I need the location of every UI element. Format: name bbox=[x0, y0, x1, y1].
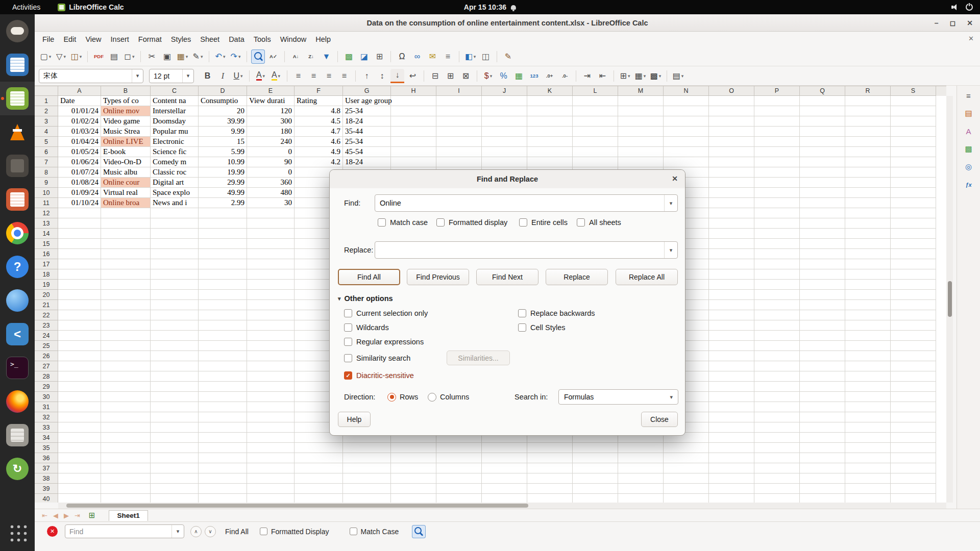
cell-G5[interactable]: 25-34 bbox=[343, 137, 391, 147]
cell-Q37[interactable] bbox=[800, 463, 845, 473]
cell-J3[interactable] bbox=[482, 116, 527, 127]
row-header-26[interactable]: 26 bbox=[35, 351, 58, 361]
cell-D26[interactable] bbox=[199, 351, 247, 361]
cell-A22[interactable] bbox=[58, 310, 101, 320]
cell-L5[interactable] bbox=[573, 137, 618, 147]
cell-E21[interactable] bbox=[247, 300, 295, 310]
cell-O4[interactable] bbox=[709, 127, 754, 137]
cell-I40[interactable] bbox=[436, 494, 482, 503]
cell-Q33[interactable] bbox=[800, 422, 845, 433]
cell-R10[interactable] bbox=[845, 188, 891, 198]
row-header-11[interactable]: 11 bbox=[35, 198, 58, 208]
cell-B32[interactable] bbox=[101, 412, 151, 422]
cell-S2[interactable] bbox=[891, 106, 936, 116]
cell-B30[interactable] bbox=[101, 392, 151, 402]
similarity-search-checkbox[interactable]: Similarity search bbox=[344, 353, 410, 364]
cell-C17[interactable] bbox=[151, 259, 199, 269]
cell-F40[interactable] bbox=[295, 494, 343, 503]
cell-Q35[interactable] bbox=[800, 443, 845, 453]
delete-decimal-place-icon[interactable]: .0- bbox=[558, 69, 572, 83]
cell-C30[interactable] bbox=[151, 392, 199, 402]
cell-E28[interactable] bbox=[247, 371, 295, 382]
cell-Q38[interactable] bbox=[800, 473, 845, 484]
horizontal-scrollbar[interactable] bbox=[58, 503, 946, 509]
minimize-button[interactable]: – bbox=[935, 19, 939, 27]
cell-C19[interactable] bbox=[151, 280, 199, 290]
format-as-percent-icon[interactable]: % bbox=[497, 69, 510, 83]
cell-O39[interactable] bbox=[709, 484, 754, 494]
cell-A13[interactable] bbox=[58, 218, 101, 229]
cell-J40[interactable] bbox=[482, 494, 527, 503]
cell-H2[interactable] bbox=[391, 106, 436, 116]
cell-D32[interactable] bbox=[199, 412, 247, 422]
cell-Q24[interactable] bbox=[800, 331, 845, 341]
row-header-40[interactable]: 40 bbox=[35, 494, 58, 503]
cell-A10[interactable]: 01/09/24 bbox=[58, 188, 101, 198]
cell-S38[interactable] bbox=[891, 473, 936, 484]
cell-Q39[interactable] bbox=[800, 484, 845, 494]
cell-F1[interactable]: Rating bbox=[295, 96, 343, 106]
cell-I39[interactable] bbox=[436, 484, 482, 494]
replace-combobox[interactable]: ▾ bbox=[375, 241, 678, 259]
column-header-E[interactable]: E bbox=[247, 86, 295, 96]
cell-B37[interactable] bbox=[101, 463, 151, 473]
cell-L37[interactable] bbox=[573, 463, 618, 473]
cell-B22[interactable] bbox=[101, 310, 151, 320]
cell-Q32[interactable] bbox=[800, 412, 845, 422]
dialog-titlebar[interactable]: Find and Replace ✕ bbox=[330, 170, 685, 188]
row-header-27[interactable]: 27 bbox=[35, 361, 58, 371]
cell-B23[interactable] bbox=[101, 320, 151, 331]
cell-J35[interactable] bbox=[482, 443, 527, 453]
cell-O35[interactable] bbox=[709, 443, 754, 453]
conditional-formatting-icon[interactable]: ▤▾ bbox=[671, 69, 685, 83]
cell-S1[interactable] bbox=[891, 96, 936, 106]
cell-B38[interactable] bbox=[101, 473, 151, 484]
insert-pivot-table-icon[interactable]: ⊞ bbox=[373, 49, 386, 64]
row-header-13[interactable]: 13 bbox=[35, 218, 58, 229]
dock-item-firefox[interactable] bbox=[0, 385, 35, 418]
align-left-icon[interactable]: ≡ bbox=[291, 69, 305, 83]
cell-P21[interactable] bbox=[754, 300, 800, 310]
cell-M39[interactable] bbox=[618, 484, 664, 494]
cell-B31[interactable] bbox=[101, 402, 151, 412]
menu-styles[interactable]: Styles bbox=[166, 33, 196, 45]
cell-Q22[interactable] bbox=[800, 310, 845, 320]
cell-O3[interactable] bbox=[709, 116, 754, 127]
cell-B39[interactable] bbox=[101, 484, 151, 494]
menu-file[interactable]: File bbox=[38, 33, 59, 45]
cut-icon[interactable]: ✂ bbox=[145, 49, 159, 64]
row-header-35[interactable]: 35 bbox=[35, 443, 58, 453]
row-header-36[interactable]: 36 bbox=[35, 453, 58, 463]
cell-N5[interactable] bbox=[664, 137, 709, 147]
cell-G7[interactable]: 18-24 bbox=[343, 157, 391, 167]
cell-E40[interactable] bbox=[247, 494, 295, 503]
cell-R35[interactable] bbox=[845, 443, 891, 453]
cell-D27[interactable] bbox=[199, 361, 247, 371]
cell-R36[interactable] bbox=[845, 453, 891, 463]
cell-R7[interactable] bbox=[845, 157, 891, 167]
cell-Q13[interactable] bbox=[800, 218, 845, 229]
cell-P2[interactable] bbox=[754, 106, 800, 116]
cell-B19[interactable] bbox=[101, 280, 151, 290]
cell-R21[interactable] bbox=[845, 300, 891, 310]
first-sheet-icon[interactable]: ⇤ bbox=[42, 512, 47, 519]
find-combobox[interactable]: ▾ bbox=[375, 194, 678, 212]
insert-chart-icon[interactable]: ◪ bbox=[357, 49, 371, 64]
cell-D6[interactable]: 5.99 bbox=[199, 147, 247, 157]
cell-S37[interactable] bbox=[891, 463, 936, 473]
cell-P12[interactable] bbox=[754, 208, 800, 218]
cell-C11[interactable]: News and i bbox=[151, 198, 199, 208]
cell-Q25[interactable] bbox=[800, 341, 845, 351]
cell-A15[interactable] bbox=[58, 239, 101, 249]
cell-S10[interactable] bbox=[891, 188, 936, 198]
help-button[interactable]: Help bbox=[338, 412, 371, 427]
cell-K6[interactable] bbox=[527, 147, 573, 157]
cell-D1[interactable]: Consumptio bbox=[199, 96, 247, 106]
cell-O22[interactable] bbox=[709, 310, 754, 320]
cell-M35[interactable] bbox=[618, 443, 664, 453]
add-decimal-place-icon[interactable]: .0+ bbox=[543, 69, 556, 83]
cell-A25[interactable] bbox=[58, 341, 101, 351]
cell-J37[interactable] bbox=[482, 463, 527, 473]
cell-G3[interactable]: 18-24 bbox=[343, 116, 391, 127]
cell-E20[interactable] bbox=[247, 290, 295, 300]
